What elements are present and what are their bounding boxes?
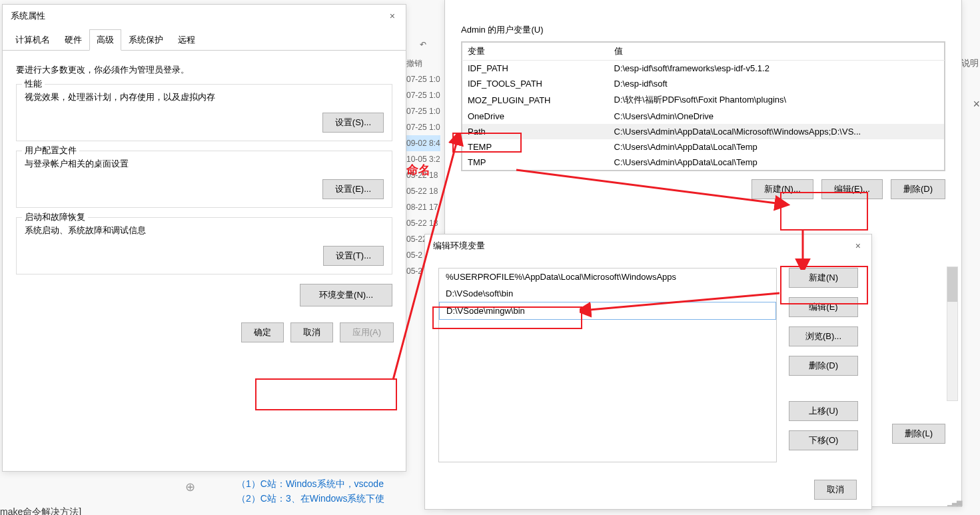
close-icon[interactable]: × — [853, 241, 863, 251]
userprofile-desc: 与登录帐户相关的桌面设置 — [25, 158, 384, 170]
startup-legend: 启动和故障恢复 — [22, 211, 88, 223]
startup-group: 启动和故障恢复 系统启动、系统故障和调试信息 设置(T)... — [16, 217, 392, 274]
table-row[interactable]: TMPC:\Users\Admin\AppData\Local\Temp — [462, 155, 945, 171]
userprofile-settings-button[interactable]: 设置(E)... — [322, 179, 384, 199]
path-down-button[interactable]: 下移(O) — [789, 430, 858, 450]
ok-button[interactable]: 确定 — [241, 322, 284, 342]
delete-var-button[interactable]: 删除(D) — [891, 179, 945, 199]
path-list[interactable]: %USERPROFILE%\AppData\Local\Microsoft\Wi… — [438, 268, 777, 462]
path-cancel-button[interactable]: 取消 — [814, 480, 857, 500]
tab-3[interactable]: 系统保护 — [121, 29, 171, 51]
startup-desc: 系统启动、系统故障和调试信息 — [25, 225, 384, 237]
path-new-button[interactable]: 新建(N) — [789, 268, 858, 288]
startup-settings-button[interactable]: 设置(T)... — [323, 246, 384, 266]
path-edit-button[interactable]: 编辑(E) — [789, 297, 858, 317]
tab-4[interactable]: 远程 — [171, 29, 203, 51]
close-icon[interactable]: × — [387, 11, 398, 21]
system-properties-dialog: 系统属性 × 计算机名硬件高级系统保护远程 要进行大多数更改，你必须作为管理员登… — [2, 4, 406, 472]
close-icon[interactable]: × — [973, 97, 980, 111]
user-vars-table[interactable]: 变量 值 IDF_PATHD:\esp-idf\soft\frameworks\… — [462, 42, 945, 171]
table-row[interactable]: TEMPC:\Users\Admin\AppData\Local\Temp — [462, 139, 945, 155]
perf-settings-button[interactable]: 设置(S)... — [322, 113, 384, 133]
apply-button[interactable]: 应用(A) — [340, 322, 394, 342]
tab-0[interactable]: 计算机名 — [8, 29, 57, 51]
col-value[interactable]: 值 — [609, 43, 945, 61]
table-row[interactable]: MOZ_PLUGIN_PATHD:\软件\福昕PDF\soft\Foxit Ph… — [462, 91, 945, 109]
bg-links: （1）C站：Windos系统中，vscode （2）C站：3、在Windows系… — [237, 476, 384, 506]
perf-legend: 性能 — [22, 78, 45, 90]
table-row[interactable]: PathC:\Users\Admin\AppData\Local\Microso… — [462, 124, 945, 139]
tab-1[interactable]: 硬件 — [57, 29, 89, 51]
table-row[interactable]: IDF_PATHD:\esp-idf\soft\frameworks\esp-i… — [462, 61, 945, 77]
perf-desc: 视觉效果，处理器计划，内存使用，以及虚拟内存 — [25, 91, 384, 103]
list-item[interactable]: D:\VSode\soft\bin — [439, 285, 776, 302]
table-row[interactable]: IDF_TOOLS_PATHD:\esp-idf\soft — [462, 76, 945, 91]
user-vars-header: Admin 的用户变量(U) — [461, 24, 945, 36]
edit-path-dialog: 编辑环境变量 × %USERPROFILE%\AppData\Local\Mic… — [424, 234, 872, 510]
cancel-button[interactable]: 取消 — [290, 322, 333, 342]
target-icon: ⊕ — [185, 480, 195, 494]
col-variable[interactable]: 变量 — [462, 43, 609, 61]
user-profile-group: 用户配置文件 与登录帐户相关的桌面设置 设置(E)... — [16, 151, 392, 208]
resize-grip[interactable]: ▁▃▅ — [947, 498, 961, 506]
path-up-button[interactable]: 上移(U) — [789, 401, 858, 421]
side-label: 说明 — [961, 57, 979, 69]
table-row[interactable]: OneDriveC:\Users\Admin\OneDrive — [462, 109, 945, 124]
env-vars-button[interactable]: 环境变量(N)... — [300, 284, 392, 306]
admin-intro: 要进行大多数更改，你必须作为管理员登录。 — [16, 64, 392, 76]
path-browse-button[interactable]: 浏览(B)... — [789, 326, 858, 346]
sysprops-title: 系统属性 — [11, 10, 45, 22]
edit-path-title: 编辑环境变量 — [433, 240, 485, 252]
tab-2[interactable]: 高级 — [89, 29, 121, 51]
scrollbar[interactable] — [947, 266, 958, 401]
new-var-button[interactable]: 新建(N)... — [751, 179, 813, 199]
sysprops-tabs: 计算机名硬件高级系统保护远程 — [3, 29, 406, 51]
userprofile-legend: 用户配置文件 — [22, 145, 79, 157]
list-item[interactable]: %USERPROFILE%\AppData\Local\Microsoft\Wi… — [439, 268, 776, 285]
edit-var-button[interactable]: 编辑(E)... — [821, 179, 883, 199]
bg-bottom-text: make命令解决方法] — [0, 506, 81, 515]
path-delete-button[interactable]: 删除(D) — [789, 356, 858, 376]
delete-l-button[interactable]: 删除(L) — [892, 424, 945, 444]
performance-group: 性能 视觉效果，处理器计划，内存使用，以及虚拟内存 设置(S)... — [16, 84, 392, 141]
list-item[interactable]: D:\VSode\mingw\bin — [439, 302, 776, 320]
